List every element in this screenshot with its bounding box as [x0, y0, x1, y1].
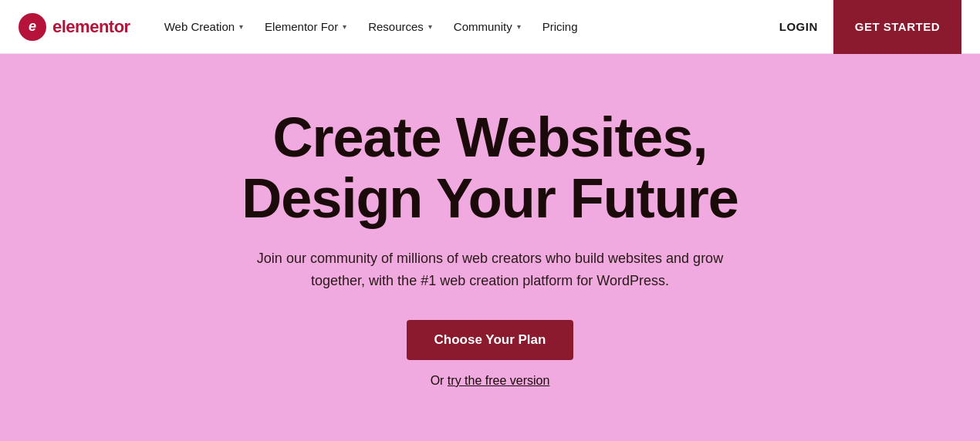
- chevron-down-icon: ▾: [428, 22, 432, 31]
- hero-title: Create Websites, Design Your Future: [242, 107, 738, 229]
- nav-item-resources[interactable]: Resources ▾: [359, 14, 441, 39]
- nav-item-web-creation[interactable]: Web Creation ▾: [155, 14, 252, 39]
- logo-text: elementor: [52, 17, 130, 37]
- logo[interactable]: e elementor: [19, 13, 130, 41]
- chevron-down-icon: ▾: [343, 22, 346, 31]
- choose-plan-button[interactable]: Choose Your Plan: [407, 320, 574, 360]
- chevron-down-icon: ▾: [239, 22, 243, 31]
- logo-icon: e: [19, 13, 46, 41]
- hero-section: Create Websites, Design Your Future Join…: [0, 54, 980, 441]
- chevron-down-icon: ▾: [517, 22, 521, 31]
- hero-subtitle: Join our community of millions of web cr…: [251, 247, 729, 292]
- nav-item-pricing[interactable]: Pricing: [533, 14, 587, 39]
- nav-item-community[interactable]: Community ▾: [444, 14, 530, 39]
- nav-links: Web Creation ▾ Elementor For ▾ Resources…: [155, 14, 764, 39]
- nav-right: LOGIN GET STARTED: [764, 0, 961, 54]
- free-version-text: Or try the free version: [431, 374, 550, 388]
- nav-item-elementor-for[interactable]: Elementor For ▾: [255, 14, 356, 39]
- get-started-button[interactable]: GET STARTED: [833, 0, 961, 54]
- login-button[interactable]: LOGIN: [764, 12, 833, 41]
- navbar: e elementor Web Creation ▾ Elementor For…: [0, 0, 980, 54]
- free-version-link[interactable]: try the free version: [448, 374, 550, 387]
